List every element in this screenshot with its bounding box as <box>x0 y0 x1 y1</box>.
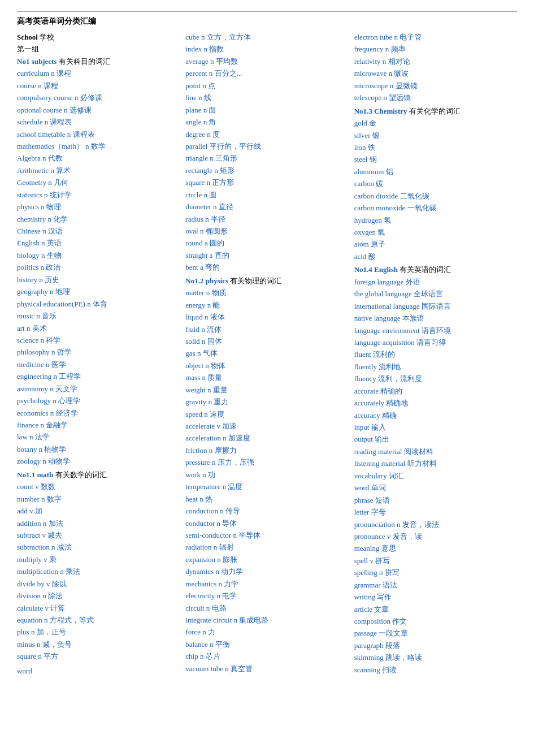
math-entries: count v 数数 number n 数字 add v 加 addition … <box>17 481 180 663</box>
col2-top-entries: cube n 立方，立方体 index n 指数 average n 平均数 p… <box>185 31 348 274</box>
group1-label: 第一组 <box>17 43 180 55</box>
column-2: cube n 立方，立方体 index n 指数 average n 平均数 p… <box>185 31 348 675</box>
chemistry-entries: gold 金 silver 银 iron 铁 steel 钢 aluminum … <box>354 117 517 262</box>
bottom-word: word <box>17 665 180 677</box>
page-title: 高考英语单词分类汇编 <box>17 11 517 27</box>
column-1: School 学校 第一组 No1 subjects 有关科目的词汇 curri… <box>17 31 180 677</box>
school-label: School 学校 <box>17 31 180 43</box>
english-entries: foreign language 外语 the global language … <box>354 276 517 676</box>
no1-subjects-header: No1 subjects 有关科目的词汇 <box>17 55 180 67</box>
no11-math-header: No1.1 math 有关数学的词汇 <box>17 469 180 481</box>
no12-physics-header: No1.2 physics 有关物理的词汇 <box>185 275 348 287</box>
no13-chemistry-header: No1.3 Chemistry 有关化学的词汇 <box>354 105 517 117</box>
col1-entries: curriculum n 课程 course n 课程 compulsory c… <box>17 67 180 467</box>
col3-top-entries: electron tube n 电子管 frequency n 频率 relat… <box>354 31 517 104</box>
physics-entries: matter n 物质 energy n 能 liquid n 液体 fluid… <box>185 287 348 675</box>
column-3: electron tube n 电子管 frequency n 频率 relat… <box>354 31 517 676</box>
no14-english-header: No1.4 English 有关英语的词汇 <box>354 263 517 275</box>
